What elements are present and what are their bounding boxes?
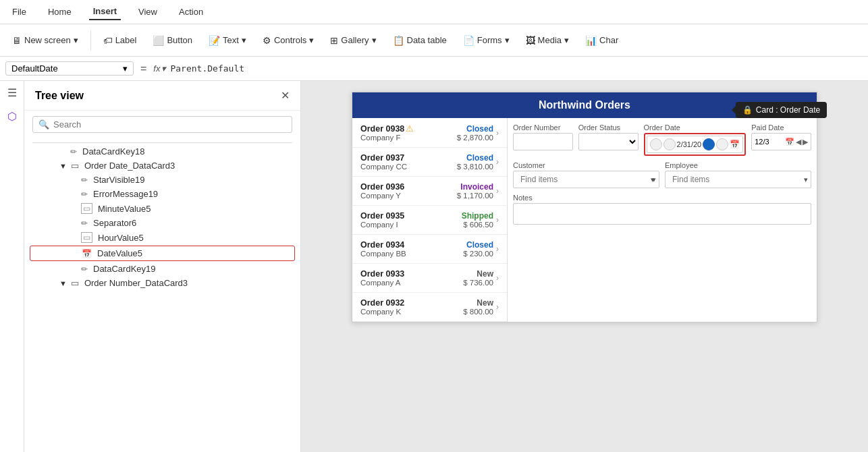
tree-item-starvisible19[interactable]: ✏ StarVisible19 xyxy=(24,173,300,187)
date-picker-visual[interactable]: 2/31/20 📅 xyxy=(647,136,744,153)
controls-label: Controls xyxy=(274,35,306,45)
tree-view-sidebar: Tree view ✕ 🔍 ✏ DataCardKey18 ▼ ▭ Order … xyxy=(24,81,301,452)
tree-item-datacardkey19[interactable]: ✏ DataCardKey19 xyxy=(24,262,300,276)
field-order-date: Order Date 2/31/20 📅 xyxy=(644,123,747,156)
forms-button[interactable]: 📄 Forms ▾ xyxy=(456,31,516,50)
order-row-0938[interactable]: Order 0938 ⚠ Company F Closed $ 2,870.00… xyxy=(352,118,507,148)
chevron-down-icon-media: ▾ xyxy=(564,35,569,45)
customer-input[interactable] xyxy=(516,173,652,186)
order-info-0934: Order 0934 Company BB xyxy=(360,240,463,258)
rect-icon-2: ▭ xyxy=(81,232,92,243)
order-amount-0938: $ 2,870.00 xyxy=(457,134,493,142)
order-amount-0935: $ 606.50 xyxy=(462,221,493,229)
customer-combobox[interactable]: ▾ xyxy=(513,171,659,188)
order-number-input[interactable] xyxy=(513,133,573,150)
order-number-label: Order Number xyxy=(513,123,573,132)
chevron-icon-0934: › xyxy=(496,244,499,254)
order-status-col-0933: New $ 736.00 xyxy=(463,269,493,287)
order-status-col-0936: Invoiced $ 1,170.00 xyxy=(457,182,493,200)
label-label: Label xyxy=(115,35,137,45)
order-status-0934: Closed xyxy=(463,240,493,250)
text-button[interactable]: 📝 Text ▾ xyxy=(202,31,253,50)
employee-input[interactable] xyxy=(668,173,804,186)
paid-date-label: Paid Date xyxy=(751,123,811,132)
chevron-down-icon-text: ▾ xyxy=(242,35,246,45)
customer-label: Customer xyxy=(513,161,659,169)
paid-date-input[interactable]: 12/3 📅 ◀ ▶ xyxy=(751,133,811,150)
date-circle-4 xyxy=(716,138,728,150)
order-status-0932: New xyxy=(463,298,493,308)
tree-item-orderdate-dc3[interactable]: ▼ ▭ Order Date_DataCard3 xyxy=(24,159,300,173)
gallery-button[interactable]: ⊞ Gallery ▾ xyxy=(323,31,383,50)
tree-item-datevalue5[interactable]: 📅 DateValue5 xyxy=(30,246,295,261)
search-input[interactable] xyxy=(53,119,286,130)
folder-icon: ▭ xyxy=(71,161,79,171)
tooltip-arrow xyxy=(732,106,736,114)
notes-textarea[interactable] xyxy=(513,203,811,225)
order-date-label: Order Date xyxy=(644,123,747,132)
edit-icon-2: ✏ xyxy=(81,175,88,185)
order-row-0932[interactable]: Order 0932 Company K New $ 800.00 › xyxy=(352,293,507,322)
controls-button[interactable]: ⚙ Controls ▾ xyxy=(256,31,321,50)
order-row-0933[interactable]: Order 0933 Company A New $ 736.00 › xyxy=(352,264,507,293)
chevron-down-icon-forms: ▾ xyxy=(505,35,510,45)
layers-icon[interactable]: ⬡ xyxy=(7,110,17,123)
order-status-0936: Invoiced xyxy=(457,182,493,192)
order-status-0937: Closed xyxy=(457,153,493,163)
tree-item-hourvalue5[interactable]: ▭ HourValue5 xyxy=(24,230,300,245)
data-table-button[interactable]: 📋 Data table xyxy=(386,31,454,50)
tree-label-errormessage19: ErrorMessage19 xyxy=(93,189,158,199)
menu-insert[interactable]: Insert xyxy=(89,3,121,20)
menu-home[interactable]: Home xyxy=(44,4,76,20)
edit-icon-3: ✏ xyxy=(81,190,88,199)
tree-item-errormessage19[interactable]: ✏ ErrorMessage19 xyxy=(24,187,300,201)
menu-file[interactable]: File xyxy=(8,4,30,20)
new-screen-label: New screen xyxy=(24,35,71,45)
button-button[interactable]: ⬜ Button xyxy=(146,31,199,50)
data-table-label: Data table xyxy=(407,35,447,45)
detail-row-3: Notes xyxy=(513,194,811,227)
order-number-0937: Order 0937 xyxy=(360,153,457,163)
tree-item-separator6[interactable]: ✏ Separator6 xyxy=(24,216,300,230)
media-button[interactable]: 🖼 Media ▾ xyxy=(519,31,576,50)
order-status-select[interactable] xyxy=(578,133,639,150)
menu-view[interactable]: View xyxy=(134,4,161,20)
field-notes: Notes xyxy=(513,194,811,227)
chevron-down-icon-controls: ▾ xyxy=(309,35,314,45)
field-customer: Customer ▾ xyxy=(513,161,659,188)
hamburger-side-icon[interactable]: ☰ xyxy=(7,86,17,99)
order-status-0938: Closed xyxy=(457,124,493,134)
close-icon[interactable]: ✕ xyxy=(281,89,290,102)
label-button[interactable]: 🏷 Label xyxy=(97,31,144,50)
chart-button[interactable]: 📊 Char xyxy=(578,31,625,50)
tree-view-title: Tree view xyxy=(35,90,281,102)
order-company-0934: Company BB xyxy=(360,250,463,258)
order-row-0936[interactable]: Order 0936 Company Y Invoiced $ 1,170.00… xyxy=(352,177,507,206)
order-info-0933: Order 0933 Company A xyxy=(360,269,463,287)
chevron-icon-0932: › xyxy=(496,302,499,312)
order-amount-0933: $ 736.00 xyxy=(463,279,493,287)
order-row-0937[interactable]: Order 0937 Company CC Closed $ 3,810.00 … xyxy=(352,148,507,177)
field-order-number: Order Number xyxy=(513,123,573,156)
order-row-0934[interactable]: Order 0934 Company BB Closed $ 230.00 › xyxy=(352,235,507,264)
menu-action[interactable]: Action xyxy=(175,4,207,20)
order-amount-0932: $ 800.00 xyxy=(463,308,493,316)
chart-label: Char xyxy=(599,35,618,45)
label-icon: 🏷 xyxy=(103,35,113,46)
tree-label-ordernum: Order Number_DataCard3 xyxy=(84,278,188,288)
tree-item-minutevalue5[interactable]: ▭ MinuteValue5 xyxy=(24,201,300,216)
toolbar-divider-1 xyxy=(90,31,91,50)
formula-dropdown[interactable]: DefaultDate ▾ xyxy=(5,61,134,76)
order-row-0935[interactable]: Order 0935 Company I Shipped $ 606.50 › xyxy=(352,206,507,235)
lock-icon: 🔒 xyxy=(742,105,753,115)
tree-label-datacardkey18: DataCardKey18 xyxy=(82,146,145,157)
tree-label-minutevalue5: MinuteValue5 xyxy=(98,204,151,214)
calendar-icon: 📅 xyxy=(82,249,92,258)
tree-separator xyxy=(32,142,292,143)
new-screen-button[interactable]: 🖥 New screen ▾ xyxy=(5,31,85,50)
employee-combobox[interactable]: ▾ xyxy=(665,171,811,188)
tree-item-datacardkey18[interactable]: ✏ DataCardKey18 xyxy=(24,144,300,159)
order-number-0936: Order 0936 xyxy=(360,182,457,192)
tree-item-ordernum-dc3[interactable]: ▼ ▭ Order Number_DataCard3 xyxy=(24,276,300,290)
text-label: Text xyxy=(223,35,239,45)
